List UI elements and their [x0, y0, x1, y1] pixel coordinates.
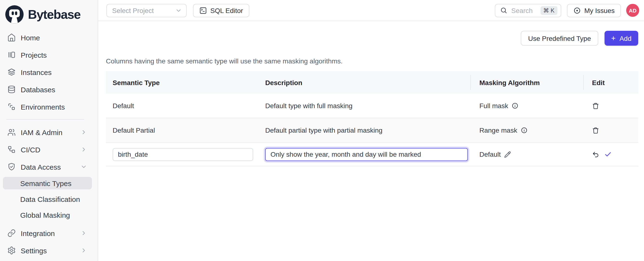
- info-icon[interactable]: [512, 102, 518, 109]
- link-icon: [7, 229, 16, 238]
- pencil-icon: [504, 151, 512, 158]
- sidebar-item-semantic-types[interactable]: Semantic Types: [3, 177, 92, 189]
- sidebar-item-label: Environments: [21, 103, 98, 111]
- info-icon[interactable]: [520, 127, 527, 134]
- data-access-submenu: Semantic Types Data Classification Globa…: [0, 177, 98, 221]
- undo-icon: [592, 151, 599, 158]
- sidebar-item-cicd[interactable]: CI/CD: [0, 141, 98, 158]
- sidebar-item-label: Projects: [21, 51, 98, 59]
- home-icon: [7, 33, 16, 42]
- search-shortcut-badge: ⌘ K: [540, 6, 557, 15]
- bytebase-logo-icon: [5, 5, 24, 24]
- sidebar-item-projects[interactable]: Projects: [0, 46, 98, 63]
- sidebar-item-data-classification[interactable]: Data Classification: [3, 193, 92, 205]
- plus-icon: +: [611, 34, 616, 42]
- cell-masking-algorithm: Full mask: [470, 102, 583, 110]
- chevron-down-icon: [175, 7, 182, 14]
- sidebar-item-data-access[interactable]: Data Access: [0, 158, 98, 175]
- masking-algorithm-label: Range mask: [480, 126, 517, 134]
- cell-masking-algorithm: Range mask: [470, 126, 583, 134]
- use-predefined-type-label: Use Predefined Type: [528, 34, 591, 42]
- terminal-square-icon: [199, 6, 207, 14]
- topbar: Select Project SQL Editor Search ⌘ K My …: [98, 0, 644, 21]
- chevron-right-icon: [80, 129, 87, 136]
- sidebar-item-label: Databases: [21, 85, 98, 93]
- chevron-right-icon: [80, 146, 87, 153]
- layers-icon: [7, 68, 16, 76]
- sidebar-item-label: Settings: [21, 246, 80, 255]
- cell-description-input: [258, 148, 470, 161]
- delete-button[interactable]: [592, 102, 599, 109]
- sidebar: Bytebase Home Projects Instances Databas…: [0, 0, 98, 261]
- environments-icon: [7, 102, 16, 111]
- masking-algorithm-label: Default: [480, 150, 501, 158]
- sidebar-divider: [6, 119, 84, 120]
- add-button[interactable]: + Add: [604, 31, 638, 46]
- column-header-semantic-type: Semantic Type: [106, 71, 258, 94]
- sidebar-item-iam-admin[interactable]: IAM & Admin: [0, 124, 98, 141]
- use-predefined-type-button[interactable]: Use Predefined Type: [521, 31, 598, 46]
- masking-algorithm-label: Full mask: [480, 102, 508, 110]
- table-row-editing: Default: [106, 143, 638, 166]
- chevron-right-icon: [80, 247, 87, 254]
- sidebar-item-label: Data Access: [21, 163, 80, 171]
- sidebar-item-environments[interactable]: Environments: [0, 98, 98, 115]
- cell-semantic-type: Default Partial: [106, 126, 258, 134]
- sidebar-item-label: Home: [21, 33, 98, 41]
- sidebar-item-instances[interactable]: Instances: [0, 63, 98, 81]
- brand-name: Bytebase: [28, 7, 80, 22]
- projects-icon: [7, 50, 16, 59]
- sidebar-item-label: IAM & Admin: [21, 128, 80, 136]
- add-label: Add: [620, 34, 632, 42]
- page-actions: Use Predefined Type + Add: [106, 31, 638, 46]
- column-header-masking-algorithm: Masking Algorithm: [470, 71, 583, 94]
- cell-semantic-type-input: [106, 148, 258, 161]
- page-hint: Columns having the same semantic type wi…: [106, 57, 638, 65]
- undo-button[interactable]: [592, 151, 599, 158]
- sidebar-item-databases[interactable]: Databases: [0, 81, 98, 98]
- sidebar-item-settings[interactable]: Settings: [0, 242, 98, 259]
- project-select[interactable]: Select Project: [106, 3, 187, 17]
- brand-logo[interactable]: Bytebase: [0, 0, 98, 25]
- search-input[interactable]: Search ⌘ K: [495, 3, 561, 17]
- description-input[interactable]: [265, 148, 468, 161]
- chevron-down-icon: [80, 163, 87, 170]
- sidebar-item-label: CI/CD: [21, 145, 80, 154]
- sidebar-item-global-masking[interactable]: Global Masking: [3, 209, 92, 221]
- gear-icon: [7, 246, 16, 255]
- cell-edit: [583, 150, 638, 158]
- sidebar-item-integration[interactable]: Integration: [0, 225, 98, 242]
- users-icon: [7, 128, 16, 137]
- sql-editor-button[interactable]: SQL Editor: [193, 3, 249, 17]
- project-select-placeholder: Select Project: [112, 6, 175, 14]
- column-header-description: Description: [258, 71, 470, 94]
- app-window: Bytebase Home Projects Instances Databas…: [0, 0, 644, 261]
- sidebar-nav: Home Projects Instances Databases Enviro…: [0, 29, 98, 259]
- table-header-row: Semantic Type Description Masking Algori…: [106, 71, 638, 94]
- confirm-button[interactable]: [604, 150, 612, 158]
- cell-semantic-type: Default: [106, 102, 258, 110]
- search-icon: [500, 7, 508, 14]
- my-issues-button[interactable]: My Issues: [567, 3, 621, 17]
- semantic-type-input[interactable]: [113, 148, 253, 161]
- avatar[interactable]: AD: [626, 4, 639, 17]
- database-icon: [7, 85, 16, 94]
- sql-editor-label: SQL Editor: [210, 6, 243, 14]
- shield-check-icon: [7, 162, 16, 171]
- trash-icon: [592, 127, 599, 134]
- table-row: Default Default type with full masking F…: [106, 94, 638, 118]
- main-area: Select Project SQL Editor Search ⌘ K My …: [98, 0, 644, 166]
- delete-button[interactable]: [592, 127, 599, 134]
- workflow-icon: [7, 145, 16, 154]
- sidebar-item-home[interactable]: Home: [0, 29, 98, 46]
- edit-algorithm-button[interactable]: [504, 151, 512, 158]
- cell-edit: [583, 102, 638, 109]
- my-issues-label: My Issues: [584, 6, 615, 14]
- check-icon: [604, 150, 612, 158]
- semantic-types-table: Semantic Type Description Masking Algori…: [106, 71, 638, 166]
- sidebar-subitem-label: Data Classification: [20, 195, 80, 203]
- column-header-edit: Edit: [583, 71, 638, 94]
- chevron-right-icon: [80, 230, 87, 237]
- cell-edit: [583, 127, 638, 134]
- cell-masking-algorithm: Default: [470, 150, 583, 158]
